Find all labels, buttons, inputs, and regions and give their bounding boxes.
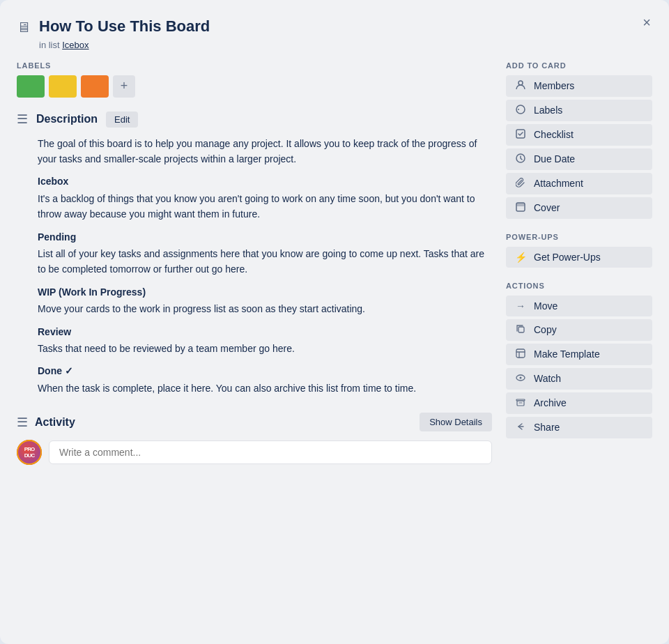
share-button[interactable]: Share	[506, 417, 652, 438]
power-ups-icon: ⚡	[514, 252, 527, 263]
edit-description-button[interactable]: Edit	[106, 112, 138, 128]
svg-point-2	[518, 109, 519, 110]
get-power-ups-button[interactable]: ⚡ Get Power-Ups	[506, 247, 652, 268]
make-template-icon	[514, 348, 527, 360]
card-title: How To Use This Board	[39, 17, 210, 37]
comment-row: PRODUC	[17, 440, 492, 465]
move-button[interactable]: → Move	[506, 296, 652, 316]
svg-rect-7	[518, 327, 524, 332]
actions-section: ACTIONS → Move Copy	[506, 282, 652, 438]
label-chip-orange[interactable]	[81, 75, 109, 98]
activity-left: ☰ Activity	[17, 415, 75, 430]
cover-label: Cover	[534, 202, 560, 213]
due-date-label: Due Date	[534, 153, 575, 164]
cover-icon	[514, 202, 527, 214]
labels-section: LABELS +	[17, 61, 492, 98]
labels-button[interactable]: Labels	[506, 100, 652, 121]
close-button[interactable]: ×	[636, 11, 658, 33]
checklist-label: Checklist	[534, 129, 574, 140]
sidebar: ADD TO CARD Members	[506, 61, 652, 627]
add-to-card-section: ADD TO CARD Members	[506, 61, 652, 219]
add-to-card-heading: ADD TO CARD	[506, 61, 652, 70]
make-template-button[interactable]: Make Template	[506, 344, 652, 365]
make-template-label: Make Template	[534, 348, 600, 360]
activity-title: Activity	[35, 416, 75, 429]
desc-para-done: Done ✓ When the task is complete, place …	[38, 363, 492, 396]
svg-point-0	[518, 81, 523, 85]
share-icon	[514, 422, 527, 434]
plus-icon: +	[121, 79, 128, 93]
share-label: Share	[534, 422, 560, 433]
move-icon: →	[514, 300, 527, 312]
activity-section: ☰ Activity Show Details PRODUC	[17, 413, 492, 465]
desc-title-done: Done ✓	[38, 363, 492, 378]
label-chip-green[interactable]	[17, 75, 45, 98]
close-icon: ×	[643, 15, 651, 31]
attachment-icon	[514, 178, 527, 190]
copy-icon	[514, 324, 527, 336]
archive-icon	[514, 397, 527, 409]
label-chip-yellow[interactable]	[49, 75, 77, 98]
show-details-button[interactable]: Show Details	[420, 413, 492, 431]
comment-input[interactable]	[49, 440, 492, 464]
power-ups-heading: POWER-UPS	[506, 233, 652, 241]
archive-label: Archive	[534, 397, 567, 408]
card-subtitle: in list Icebox	[39, 40, 652, 50]
avatar: PRODUC	[17, 440, 42, 465]
description-section: ☰ Description Edit The goal of this boar…	[17, 112, 492, 396]
archive-button[interactable]: Archive	[506, 392, 652, 414]
get-power-ups-label: Get Power-Ups	[534, 252, 601, 263]
attachment-label: Attachment	[534, 178, 583, 189]
modal-body: LABELS + ☰ Description Edit	[17, 61, 652, 627]
add-label-button[interactable]: +	[113, 75, 135, 98]
checklist-button[interactable]: Checklist	[506, 124, 652, 146]
desc-para-pending: Pending List all of your key tasks and a…	[38, 229, 492, 277]
desc-para-1: The goal of this board is to help you ma…	[38, 136, 492, 167]
cover-button[interactable]: Cover	[506, 197, 652, 219]
description-icon: ☰	[17, 112, 28, 127]
desc-title-wip: WIP (Work In Progress)	[38, 284, 492, 300]
description-header: ☰ Description Edit	[17, 112, 492, 128]
labels-label: Labels	[534, 105, 562, 116]
desc-title-icebox: Icebox	[38, 174, 492, 189]
actions-heading: ACTIONS	[506, 282, 652, 290]
copy-label: Copy	[534, 324, 557, 335]
main-content: LABELS + ☰ Description Edit	[17, 61, 492, 627]
members-label: Members	[534, 80, 574, 91]
members-icon	[514, 80, 527, 92]
activity-icon: ☰	[17, 415, 28, 430]
due-date-button[interactable]: Due Date	[506, 148, 652, 170]
move-label: Move	[534, 300, 558, 312]
desc-para-review: Review Tasks that need to be reviewed by…	[38, 324, 492, 357]
watch-label: Watch	[534, 373, 561, 384]
description-title: Description	[36, 113, 98, 125]
labels-heading: LABELS	[17, 61, 492, 70]
activity-header: ☰ Activity Show Details	[17, 413, 492, 431]
watch-button[interactable]: Watch	[506, 368, 652, 390]
card-icon: 🖥	[17, 20, 31, 36]
desc-para-icebox: Icebox It's a backlog of things that you…	[38, 174, 492, 222]
description-content: The goal of this board is to help you ma…	[38, 136, 492, 396]
modal-header: 🖥 How To Use This Board	[17, 17, 652, 37]
members-button[interactable]: Members	[506, 75, 652, 97]
desc-title-pending: Pending	[38, 229, 492, 245]
labels-row: +	[17, 75, 492, 98]
avatar-badge: PRODUC	[17, 440, 42, 465]
desc-para-wip: WIP (Work In Progress) Move your cards t…	[38, 284, 492, 317]
desc-title-review: Review	[38, 324, 492, 339]
svg-rect-8	[516, 349, 525, 358]
power-ups-section: POWER-UPS ⚡ Get Power-Ups	[506, 233, 652, 268]
watch-icon	[514, 373, 527, 385]
svg-point-1	[516, 105, 525, 114]
copy-button[interactable]: Copy	[506, 319, 652, 341]
list-link[interactable]: Icebox	[62, 40, 89, 50]
due-date-icon	[514, 153, 527, 165]
labels-icon	[514, 105, 527, 116]
card-modal: × 🖥 How To Use This Board in list Icebox…	[0, 0, 669, 644]
attachment-button[interactable]: Attachment	[506, 173, 652, 194]
svg-point-10	[520, 376, 522, 378]
svg-rect-6	[516, 203, 525, 206]
checklist-icon	[514, 129, 527, 141]
